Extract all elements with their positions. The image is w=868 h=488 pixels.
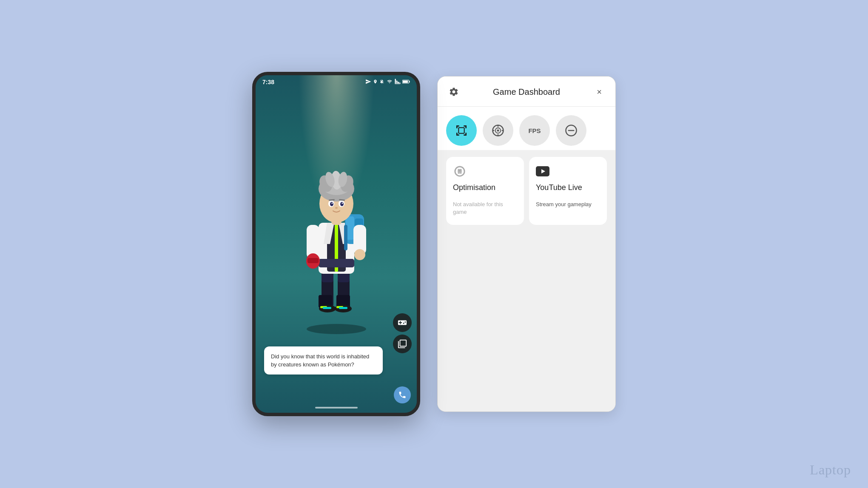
svg-point-51	[342, 203, 343, 204]
status-bar: 7:38	[256, 75, 417, 89]
fps-label: FPS	[528, 127, 541, 134]
svg-point-7	[307, 324, 366, 334]
settings-button[interactable]	[446, 84, 461, 99]
gamepad-float-button[interactable]	[393, 313, 412, 332]
dialog-bubble: Did you know that this world is inhabite…	[264, 346, 383, 375]
dialog-text: Did you know that this world is inhabite…	[271, 353, 369, 368]
svg-rect-18	[323, 307, 331, 309]
optimisation-title: Optimisation	[453, 183, 517, 192]
status-time: 7:38	[262, 79, 274, 85]
svg-point-34	[354, 249, 365, 260]
svg-rect-2	[398, 82, 399, 84]
svg-rect-25	[319, 259, 354, 267]
screenshot-mode-button[interactable]	[446, 115, 477, 146]
character-svg	[281, 133, 392, 338]
svg-rect-55	[458, 128, 464, 133]
svg-point-54	[335, 207, 338, 209]
svg-rect-1	[396, 81, 397, 84]
svg-rect-3	[399, 82, 400, 84]
dashboard-header: Game Dashboard ×	[438, 77, 615, 107]
laptop-watermark: Laptop	[810, 462, 851, 478]
send-icon	[365, 79, 371, 85]
wifi-icon	[386, 79, 393, 85]
cards-row: Optimisation Not available for this game…	[438, 150, 615, 232]
icon-buttons-row: FPS	[438, 107, 615, 150]
remove-button[interactable]	[556, 115, 586, 146]
battery-icon	[402, 79, 410, 85]
svg-rect-6	[403, 80, 408, 82]
floating-buttons	[393, 313, 412, 353]
fps-button[interactable]: FPS	[519, 115, 550, 146]
notification-off-icon	[379, 79, 384, 85]
svg-rect-19	[339, 307, 347, 309]
svg-point-48	[330, 202, 333, 206]
youtube-icon	[536, 165, 549, 178]
phone-mockup: 7:38	[252, 72, 420, 416]
youtube-live-title: YouTube Live	[536, 183, 600, 192]
svg-point-65	[455, 167, 464, 176]
svg-rect-29	[344, 225, 347, 250]
main-container: 7:38	[0, 0, 868, 488]
svg-rect-0	[395, 79, 396, 84]
optimisation-icon	[453, 165, 467, 178]
svg-point-50	[331, 203, 333, 204]
youtube-live-card[interactable]: YouTube Live Stream your gameplay	[529, 157, 607, 225]
youtube-live-subtitle: Stream your gameplay	[536, 201, 600, 208]
game-dashboard-panel: Game Dashboard ×	[437, 76, 616, 412]
screenshot-float-button[interactable]	[393, 335, 412, 353]
svg-rect-5	[409, 81, 410, 82]
svg-rect-11	[338, 274, 350, 282]
dashboard-body	[438, 232, 615, 411]
phone-circle-button[interactable]	[394, 386, 411, 403]
svg-rect-10	[322, 274, 333, 282]
home-indicator	[315, 407, 358, 409]
optimisation-card[interactable]: Optimisation Not available for this game	[446, 157, 524, 225]
close-button[interactable]: ×	[592, 84, 607, 99]
location-icon	[373, 79, 378, 85]
dashboard-title: Game Dashboard	[461, 87, 592, 97]
svg-point-49	[340, 202, 344, 206]
svg-rect-32	[307, 258, 319, 263]
optimisation-subtitle: Not available for this game	[453, 201, 517, 216]
status-icons	[365, 79, 410, 85]
signal-icon	[395, 79, 401, 85]
target-button[interactable]	[483, 115, 513, 146]
svg-point-58	[497, 130, 499, 132]
phone-screen: 7:38	[256, 75, 417, 413]
